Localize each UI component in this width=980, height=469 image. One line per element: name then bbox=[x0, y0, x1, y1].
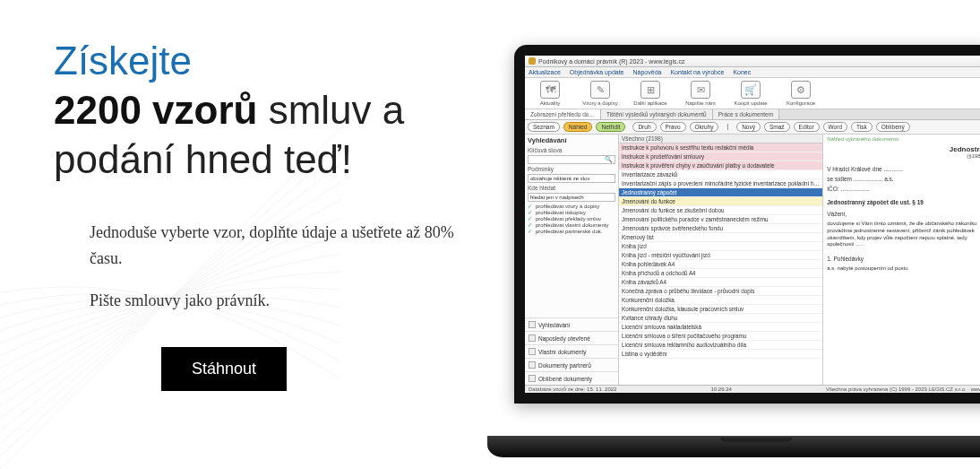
search-header: Vyhledávání bbox=[525, 135, 618, 146]
nav-item[interactable]: Naposledy otevřené bbox=[525, 331, 618, 344]
toolbar-icon: ⊞ bbox=[640, 81, 660, 99]
tab[interactable]: Práce s dokumentem bbox=[713, 109, 779, 119]
search-checkbox[interactable]: prohledávat partnerské dok. bbox=[525, 228, 618, 234]
subtoolbar-button: | bbox=[722, 122, 733, 132]
list-row[interactable]: Instrukce k pohovoru k sestřihu textu re… bbox=[619, 143, 822, 152]
subtoolbar-button[interactable]: Druh bbox=[632, 122, 656, 132]
menu-item[interactable]: Nápověda bbox=[633, 69, 662, 75]
list-row[interactable]: Jednostranný zápočet bbox=[619, 188, 822, 197]
nav-item[interactable]: Oblíbené dokumenty bbox=[525, 371, 618, 385]
list-row[interactable]: Kniha závazků A4 bbox=[619, 278, 822, 287]
where-select[interactable]: hledat jen v nadpisech bbox=[528, 193, 615, 202]
list-row[interactable]: Jmenování do funkce bbox=[619, 197, 822, 206]
search-checkbox[interactable]: prohledávat vzory a dopisy bbox=[525, 203, 618, 209]
menu-item[interactable]: Konec bbox=[733, 69, 751, 75]
toolbar-button[interactable]: 🗺Aktuality bbox=[529, 81, 572, 106]
toolbar-label: Napište nám bbox=[685, 100, 716, 106]
list-row[interactable]: Licenční smlouva o šíření počítačového p… bbox=[619, 332, 822, 341]
subtoolbar-button[interactable]: Oblíbený bbox=[876, 122, 910, 132]
subtoolbar-button[interactable]: Editor bbox=[794, 122, 820, 132]
document-list-panel: Všechno (2198) Instrukce k pohovoru k se… bbox=[619, 135, 823, 385]
where-label: Kde hledat bbox=[525, 184, 618, 192]
subtoolbar-button[interactable]: Word bbox=[823, 122, 847, 132]
list-row[interactable]: Kvitance úhrady dluhu bbox=[619, 314, 822, 323]
list-row[interactable]: Inventarizační zápis o provedení mimořád… bbox=[619, 179, 822, 188]
list-row[interactable]: Instrukce k prošetřování smlouvy bbox=[619, 152, 822, 161]
headline-bold: 2200 vzorů bbox=[54, 88, 257, 132]
toolbar-label: Další aplikace bbox=[633, 100, 666, 106]
toolbar-button[interactable]: 🛒Koupit update bbox=[729, 81, 772, 106]
toolbar-icon: ✎ bbox=[590, 81, 610, 99]
list-row[interactable]: Licenční smlouva nakladatelská bbox=[619, 323, 822, 332]
search-checkbox[interactable]: prohledávat překlady smluv bbox=[525, 215, 618, 221]
list-row[interactable]: Inventarizace závazků bbox=[619, 170, 822, 179]
doc-line: se sídlem .................. a.s. bbox=[827, 176, 980, 182]
window-title: Podnikový a domácí právník (R) 2023 - ww… bbox=[538, 58, 684, 65]
list-row[interactable]: Konkurenční doložka bbox=[619, 296, 822, 305]
nav-label: Vyhledávání bbox=[538, 322, 571, 328]
sub-toolbar: Seznam Náhled Netřídit DruhPrávoOkruhy|N… bbox=[525, 120, 980, 135]
toolbar-button[interactable]: ✎Vzory a dopisy bbox=[579, 81, 622, 106]
toolbar-label: Vzory a dopisy bbox=[582, 100, 617, 106]
list-row[interactable]: Konečná zpráva o průběhu likvidace - prů… bbox=[619, 287, 822, 296]
toolbar-button[interactable]: ⚙Konfigurace bbox=[779, 81, 822, 106]
search-checkbox[interactable]: prohledávat vlastní dokumenty bbox=[525, 221, 618, 228]
toolbar-icon: ⚙ bbox=[791, 81, 811, 99]
nav-icon bbox=[529, 348, 536, 355]
nav-icon bbox=[529, 321, 536, 328]
toolbar-button[interactable]: ⊞Další aplikace bbox=[629, 81, 672, 106]
toolbar-label: Aktuality bbox=[540, 100, 561, 106]
list-row[interactable]: Kniha pohledávek A4 bbox=[619, 260, 822, 269]
statusbar: Databáze vzorů ze dne: 15. 11. 2022 10:2… bbox=[525, 385, 980, 393]
app-screenshot: Podnikový a domácí právník (R) 2023 - ww… bbox=[525, 56, 980, 393]
subtoolbar-button[interactable]: Smaž bbox=[764, 122, 790, 132]
menu-item[interactable]: Objednávka update bbox=[570, 69, 624, 75]
menu-item[interactable]: Aktualizace bbox=[529, 69, 561, 75]
list-row[interactable]: Jmenování politického poradce v zaměstna… bbox=[619, 215, 822, 224]
document-list[interactable]: Instrukce k pohovoru k sestřihu textu re… bbox=[619, 143, 822, 385]
list-row[interactable]: Listina o vydědění bbox=[619, 350, 822, 359]
menu-item[interactable]: Kontakt na výrobce bbox=[670, 69, 724, 75]
keywords-label: Klíčová slova bbox=[525, 146, 618, 154]
toolbar-button[interactable]: ✉Napište nám bbox=[679, 81, 722, 106]
download-button[interactable]: Stáhnout bbox=[161, 347, 287, 391]
tab[interactable]: Zobrazení přehledu do… bbox=[525, 109, 601, 119]
list-row[interactable]: Kniha jízd bbox=[619, 242, 822, 251]
list-row[interactable]: Kmenový list bbox=[619, 233, 822, 242]
search-panel: Vyhledávání Klíčová slova 🔍 Podmínky obs… bbox=[525, 135, 619, 385]
search-checkbox[interactable]: prohledávat tiskopisy bbox=[525, 209, 618, 215]
chip-netridit[interactable]: Netřídit bbox=[596, 122, 625, 132]
doc-point2: a.s. nabyté postoupením od postu bbox=[827, 265, 980, 271]
doc-heading: Jednostranný zápočet dle ust. § 19 bbox=[827, 199, 980, 205]
list-row[interactable]: Jmenování správce svěřeneckého fondu bbox=[619, 224, 822, 233]
doc-salut: Vážení, bbox=[827, 211, 980, 217]
conditions-select[interactable]: obsahuje některé ze slov bbox=[528, 174, 615, 183]
subtoolbar-button[interactable]: Tisk bbox=[851, 122, 873, 132]
nav-item[interactable]: Vlastní dokumenty bbox=[525, 344, 618, 358]
headline: Získejte 2200 vzorů smluv a podání hned … bbox=[54, 36, 520, 184]
nav-icon bbox=[529, 361, 536, 369]
list-row[interactable]: Kniha příchodů a odchodů A4 bbox=[619, 269, 822, 278]
subtoolbar-button[interactable]: Nový bbox=[736, 122, 761, 132]
chip-nahled[interactable]: Náhled bbox=[563, 122, 593, 132]
list-row[interactable]: Konkurenční doložka, klausule pracovních… bbox=[619, 305, 822, 314]
chip-seznam[interactable]: Seznam bbox=[528, 122, 560, 132]
window-titlebar: Podnikový a domácí právník (R) 2023 - ww… bbox=[525, 56, 980, 67]
status-right: Všechna práva vyhrazena (C) 1999 - 2023 … bbox=[826, 386, 980, 392]
nav-label: Vlastní dokumenty bbox=[538, 349, 586, 355]
nav-label: Oblíbené dokumenty bbox=[538, 376, 592, 382]
nav-item[interactable]: Dokumenty partnerů bbox=[525, 358, 618, 371]
toolbar-icon: ✉ bbox=[691, 81, 710, 99]
list-row[interactable]: Instrukce k prověření chyby v zaúčtování… bbox=[619, 161, 822, 170]
list-row[interactable]: Licenční smlouva reklamního audiovizuáln… bbox=[619, 341, 822, 350]
nav-item[interactable]: Vyhledávání bbox=[525, 317, 618, 331]
subtoolbar-button[interactable]: Okruhy bbox=[690, 122, 719, 132]
tab[interactable]: Tištění výsledků vybraných dokumentů bbox=[601, 109, 713, 119]
subtoolbar-button[interactable]: Právo bbox=[660, 122, 686, 132]
list-row[interactable]: Jmenování do funkce se zkušební dobou bbox=[619, 206, 822, 215]
nav-icon bbox=[529, 375, 536, 382]
app-logo-icon bbox=[529, 57, 536, 65]
status-left: Databáze vzorů ze dne: 15. 11. 2022 bbox=[529, 386, 616, 392]
list-row[interactable]: Kniha jízd - měsíční vyúčtování jízd bbox=[619, 251, 822, 260]
keywords-input[interactable]: 🔍 bbox=[528, 155, 615, 164]
